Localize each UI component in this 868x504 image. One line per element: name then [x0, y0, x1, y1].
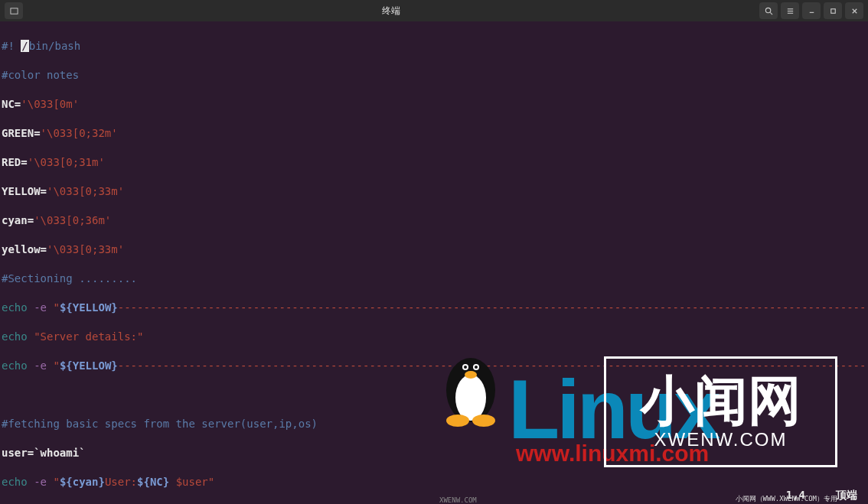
maximize-icon[interactable]: [824, 2, 842, 19]
search-icon[interactable]: [759, 2, 778, 19]
vim-statusbar: 1,4 顶端: [775, 487, 868, 504]
svg-point-16: [465, 371, 477, 379]
svg-rect-0: [10, 8, 17, 13]
new-tab-button[interactable]: [5, 2, 23, 19]
cursor: /: [21, 40, 28, 52]
comment: #color notes: [2, 68, 866, 83]
window-title: 终端: [23, 5, 759, 18]
svg-point-1: [765, 8, 770, 12]
svg-point-15: [475, 366, 478, 369]
svg-rect-7: [830, 8, 835, 13]
svg-point-17: [446, 415, 469, 427]
terminal-content[interactable]: #! /bin/bash #color notes NC='\033[0m' G…: [0, 21, 868, 504]
tux-logo: [436, 344, 505, 428]
svg-point-18: [472, 415, 495, 427]
titlebar: 终端: [0, 0, 868, 21]
menu-icon[interactable]: [781, 2, 799, 19]
svg-line-2: [770, 12, 772, 15]
svg-point-11: [455, 375, 486, 421]
cursor-position: 1,4: [786, 489, 805, 502]
shebang: #!: [2, 40, 21, 52]
scroll-position: 顶端: [836, 489, 857, 502]
minimize-icon[interactable]: [802, 2, 821, 19]
close-icon[interactable]: [845, 2, 863, 19]
svg-point-13: [464, 366, 467, 369]
